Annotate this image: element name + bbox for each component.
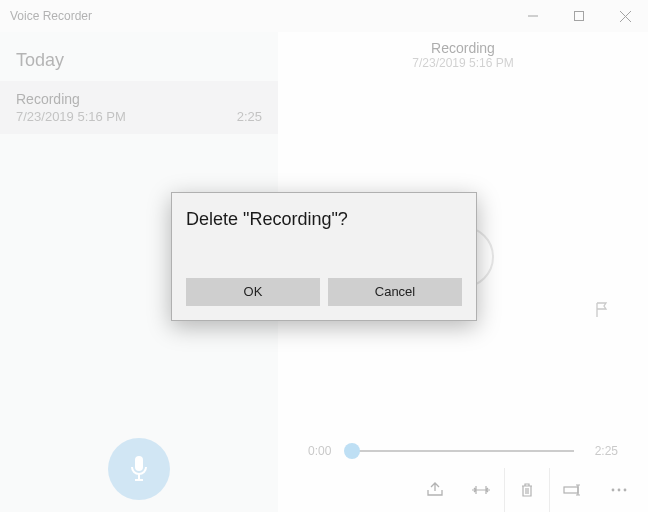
modal-overlay: Delete "Recording"? OK Cancel: [0, 0, 648, 512]
cancel-button[interactable]: Cancel: [328, 278, 462, 306]
dialog-title: Delete "Recording"?: [186, 209, 462, 230]
delete-dialog: Delete "Recording"? OK Cancel: [171, 192, 477, 321]
dialog-buttons: OK Cancel: [186, 278, 462, 306]
app-window: Voice Recorder Today Recording 7/23/2019…: [0, 0, 648, 512]
ok-button[interactable]: OK: [186, 278, 320, 306]
